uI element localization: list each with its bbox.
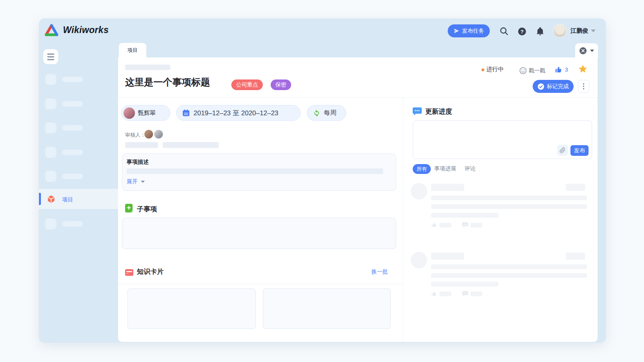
comment-line-skeleton	[431, 196, 587, 200]
publish-task-button[interactable]: 发布任务	[448, 24, 490, 37]
reviewers-label: 审核人：	[125, 131, 146, 139]
tab-project[interactable]: 项目	[119, 43, 146, 58]
knowledge-card-icon	[125, 269, 133, 276]
sidebar-item-skeleton	[39, 122, 118, 133]
like-count-skeleton	[439, 292, 451, 296]
comment-time-skeleton	[566, 184, 585, 191]
like-count: 3	[565, 66, 568, 73]
knowledge-card-placeholder[interactable]	[263, 288, 391, 329]
help-icon[interactable]: ?	[517, 26, 527, 37]
like-count-skeleton	[439, 223, 451, 227]
reply-count-skeleton	[471, 223, 482, 227]
comment-line-skeleton	[431, 273, 587, 278]
tag-confidential: 保密	[271, 79, 291, 90]
wikiworks-logo-icon	[43, 23, 60, 37]
thumbs-up-icon	[431, 222, 437, 228]
recurrence-label: 每周	[324, 109, 336, 117]
meta-skeleton	[125, 142, 158, 148]
repeat-icon	[313, 109, 321, 117]
comment-bubble-icon	[462, 291, 468, 297]
user-menu-caret-icon[interactable]	[591, 30, 596, 32]
sidebar-item-skeleton	[39, 74, 118, 85]
check-circle-icon	[537, 83, 544, 90]
poke-smiley-icon[interactable]	[519, 67, 527, 74]
app-screen: Wikiworks 发布任务 ? 江鹏俊 项目 项目	[0, 0, 644, 362]
subitems-title: 子事项	[137, 205, 157, 214]
close-tab-icon[interactable]	[579, 47, 587, 54]
owner-name: 甄辉翠	[138, 109, 156, 117]
logo-text: Wikiworks	[63, 25, 109, 35]
add-subitem-icon	[125, 204, 133, 213]
chevron-down-icon	[141, 181, 145, 183]
paperclip-icon	[559, 147, 566, 153]
username[interactable]: 江鹏俊	[570, 27, 588, 35]
owner-avatar	[124, 107, 135, 119]
project-cube-icon	[47, 195, 55, 203]
comment-avatar-skeleton	[411, 183, 427, 199]
reviewer-avatar[interactable]	[153, 129, 164, 139]
mark-complete-label: 标记完成	[547, 83, 569, 90]
poke-button[interactable]: 戳一戳	[529, 67, 545, 74]
tab-actions-bar	[575, 43, 598, 58]
description-skeleton	[127, 168, 383, 174]
comment-line-skeleton	[431, 204, 587, 209]
comment-line-skeleton	[431, 213, 498, 218]
comment-line-skeleton	[431, 282, 498, 286]
feed-tab-comments[interactable]: 评论	[465, 165, 476, 172]
description-title: 事项描述	[127, 159, 149, 166]
status-badge: 进行中	[486, 66, 504, 73]
expand-label: 展开	[127, 178, 138, 185]
user-avatar[interactable]	[553, 24, 566, 37]
more-actions-button[interactable]	[578, 80, 589, 93]
thumbs-up-icon	[431, 291, 437, 297]
card-header-divider	[118, 97, 598, 98]
publish-task-label: 发布任务	[462, 28, 484, 35]
svg-text:?: ?	[520, 29, 524, 35]
sidebar-active-indicator	[39, 193, 41, 205]
sidebar-item-skeleton	[39, 171, 118, 182]
comment-skeleton	[411, 183, 592, 231]
date-range: 2019–12–23 至 2020–12–23	[194, 109, 279, 118]
sidebar-item-skeleton	[39, 98, 118, 109]
reviewer-avatar[interactable]	[144, 129, 154, 139]
knowledge-title: 知识卡片	[137, 267, 164, 276]
feed-tab-progress[interactable]: 事项进展	[434, 165, 456, 172]
tab-list-chevron-icon[interactable]	[590, 50, 594, 52]
meta-skeleton	[162, 142, 219, 148]
thumbs-up-icon[interactable]	[555, 66, 563, 74]
progress-title: 更新进度	[425, 107, 452, 116]
sidebar-toggle-button[interactable]	[43, 49, 58, 64]
calendar-icon	[182, 109, 190, 117]
knowledge-divider	[118, 284, 403, 284]
comment-skeleton	[411, 252, 592, 300]
publish-progress-button[interactable]: 发布	[570, 145, 589, 156]
tag-company-priority: 公司重点	[231, 79, 263, 90]
owner-pill[interactable]: 甄辉翠	[121, 105, 170, 121]
search-icon[interactable]	[499, 26, 509, 36]
mark-complete-button[interactable]: 标记完成	[533, 80, 574, 93]
comment-name-skeleton	[431, 253, 464, 260]
breadcrumb-skeleton	[125, 65, 170, 70]
refresh-knowledge-link[interactable]: 换一批	[371, 268, 388, 275]
reply-count-skeleton	[471, 292, 482, 296]
date-range-pill[interactable]: 2019–12–23 至 2020–12–23	[176, 105, 301, 121]
subitems-empty-area[interactable]	[122, 218, 396, 249]
sidebar-item-skeleton	[39, 147, 118, 158]
knowledge-card-placeholder[interactable]	[127, 288, 256, 329]
bell-icon[interactable]	[535, 26, 545, 36]
task-title: 这里是一个事项标题	[125, 76, 210, 89]
attach-button[interactable]	[557, 145, 568, 156]
progress-bubble-icon	[413, 107, 422, 116]
sidebar-item-project-label: 项目	[62, 196, 73, 203]
comment-time-skeleton	[566, 253, 585, 260]
rocket-icon	[454, 28, 459, 34]
expand-description-button[interactable]: 展开	[127, 178, 145, 185]
recurrence-pill[interactable]: 每周	[307, 105, 346, 121]
sidebar-item-skeleton	[39, 218, 118, 229]
favorite-star-icon[interactable]	[578, 64, 588, 74]
comment-line-skeleton	[431, 264, 587, 269]
comment-bubble-icon	[462, 222, 468, 228]
feed-tab-all[interactable]: 所有	[413, 164, 431, 174]
comment-name-skeleton	[431, 184, 464, 191]
panel-divider	[403, 97, 403, 342]
